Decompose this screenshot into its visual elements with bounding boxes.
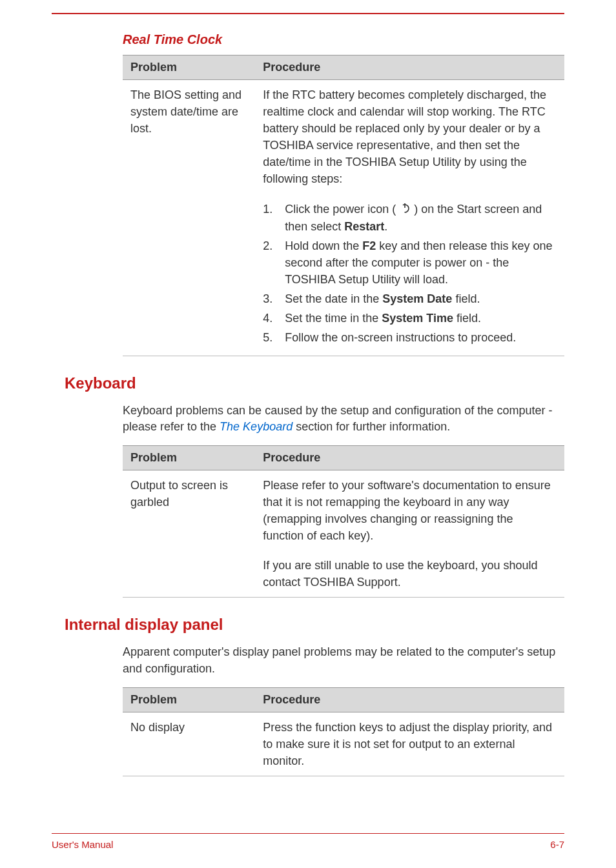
rtc-col-problem: Problem [123, 56, 255, 80]
keyboard-link[interactable]: The Keyboard [220, 420, 293, 433]
step-text: Set the date in the System Date field. [285, 290, 557, 307]
text-bold: Restart [344, 220, 384, 233]
display-table: Problem Procedure No display Press the f… [123, 687, 564, 776]
step-text: Follow the on-screen instructions to pro… [285, 329, 557, 346]
step-number: 5. [263, 329, 285, 346]
keyboard-intro: Keyboard problems can be caused by the s… [123, 403, 564, 435]
step-text: Set the time in the System Time field. [285, 310, 557, 327]
keyboard-heading: Keyboard [65, 374, 564, 392]
keyboard-table: Problem Procedure Output to screen is ga… [123, 445, 564, 598]
text-frag: Click the power icon ( [285, 203, 399, 216]
rtc-col-procedure: Procedure [255, 56, 564, 80]
top-rule [52, 13, 564, 14]
rtc-empty-cell [123, 194, 255, 356]
text-frag: Hold down the [285, 239, 362, 252]
rtc-heading: Real Time Clock [123, 32, 564, 47]
rtc-step-2: 2. Hold down the F2 key and then release… [263, 237, 557, 288]
step-number: 4. [263, 310, 285, 327]
rtc-problem: The BIOS setting and system date/time ar… [123, 80, 255, 194]
rtc-table: Problem Procedure The BIOS setting and s… [123, 55, 564, 356]
display-col-problem: Problem [123, 687, 255, 712]
text-bold: System Date [382, 292, 452, 305]
text-frag: Set the time in the [285, 312, 382, 325]
section-display: Apparent computer's display panel proble… [123, 644, 564, 776]
keyboard-procedure-2: If you are still unable to use the keybo… [255, 550, 564, 598]
keyboard-problem: Output to screen is garbled [123, 470, 255, 550]
step-number: 2. [263, 237, 285, 288]
display-procedure: Press the function keys to adjust the di… [255, 712, 564, 776]
rtc-steps-cell: 1. Click the power icon ( ) on the Start… [255, 194, 564, 356]
display-problem: No display [123, 712, 255, 776]
keyboard-empty-cell [123, 550, 255, 598]
text-bold: System Time [382, 312, 453, 325]
step-number: 1. [263, 201, 285, 235]
rtc-step-5: 5. Follow the on-screen instructions to … [263, 329, 557, 346]
footer-left: User's Manual [52, 839, 113, 850]
keyboard-col-procedure: Procedure [255, 445, 564, 470]
rtc-procedure-intro: If the RTC battery becomes completely di… [255, 80, 564, 194]
step-text: Click the power icon ( ) on the Start sc… [285, 201, 557, 235]
step-text: Hold down the F2 key and then release th… [285, 237, 557, 288]
step-number: 3. [263, 290, 285, 307]
page-footer: User's Manual 6-7 [52, 833, 564, 850]
text-frag: Set the date in the [285, 292, 382, 305]
rtc-step-3: 3. Set the date in the System Date field… [263, 290, 557, 307]
text-frag: field. [452, 292, 480, 305]
display-intro: Apparent computer's display panel proble… [123, 644, 564, 676]
text-frag: section for further information. [293, 420, 450, 433]
rtc-step-1: 1. Click the power icon ( ) on the Start… [263, 201, 557, 235]
text-bold: F2 [362, 239, 376, 252]
text-frag: . [384, 220, 387, 233]
keyboard-col-problem: Problem [123, 445, 255, 470]
keyboard-procedure-1: Please refer to your software's document… [255, 470, 564, 550]
display-col-procedure: Procedure [255, 687, 564, 712]
section-rtc: Real Time Clock Problem Procedure The BI… [123, 32, 564, 356]
section-keyboard: Keyboard problems can be caused by the s… [123, 403, 564, 598]
display-heading: Internal display panel [65, 616, 564, 634]
power-icon [399, 201, 411, 218]
footer-right: 6-7 [550, 839, 564, 850]
rtc-steps-list: 1. Click the power icon ( ) on the Start… [263, 201, 557, 347]
text-frag: field. [453, 312, 481, 325]
rtc-step-4: 4. Set the time in the System Time field… [263, 310, 557, 327]
